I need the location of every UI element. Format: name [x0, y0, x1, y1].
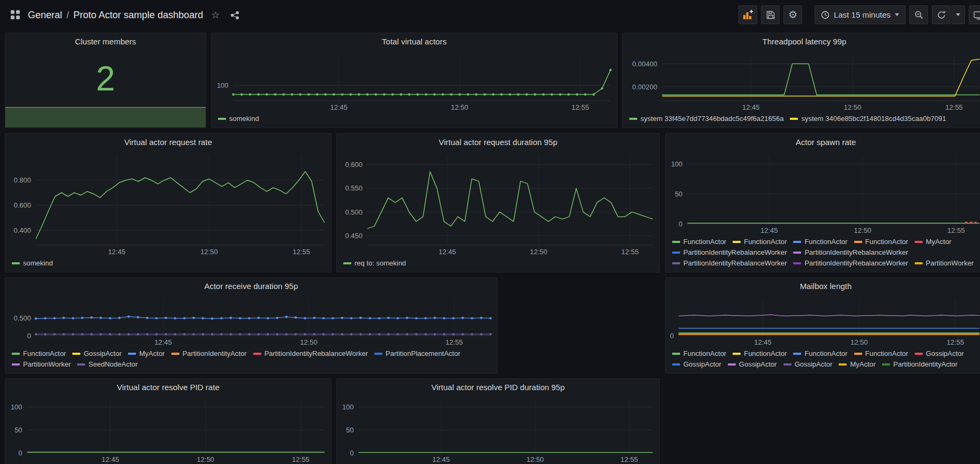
legend-item[interactable]: FunctionActor: [793, 237, 847, 247]
refresh-interval-dropdown[interactable]: [951, 5, 965, 24]
stat-sparkline: [5, 107, 206, 127]
panel-title[interactable]: Virtual actor resolve PID duration 95p: [337, 379, 659, 396]
total-virtual-actors-chart[interactable]: 10012:4512:5012:55: [212, 50, 617, 113]
svg-text:100: 100: [671, 160, 683, 168]
svg-text:12:50: 12:50: [200, 248, 218, 256]
legend-item[interactable]: MyActor: [839, 360, 876, 369]
legend-item[interactable]: FunctionActor: [854, 237, 908, 247]
svg-text:0.500: 0.500: [13, 314, 31, 322]
add-panel-button[interactable]: [738, 5, 757, 24]
resolve-pid-rate-chart[interactable]: 10050012:4512:5012:55: [5, 396, 331, 464]
legend-item[interactable]: FunctionActor: [733, 349, 787, 359]
legend-item[interactable]: PartitionIdentityActor: [171, 349, 247, 359]
legend-item[interactable]: GossipActor: [783, 360, 833, 369]
panel-title[interactable]: Actor spawn rate: [666, 134, 980, 151]
legend-item[interactable]: PartitionIdentityRebalanceWorker: [793, 248, 908, 257]
panel-title[interactable]: Virtual actor request duration 95p: [337, 134, 659, 151]
chevron-down-icon: [895, 13, 899, 16]
panel-resolve-pid-rate: Virtual actor resolve PID rate 10050012:…: [5, 378, 331, 464]
legend-item[interactable]: GossipActor: [915, 349, 964, 359]
panel-title[interactable]: Total virtual actors: [212, 33, 617, 50]
legend-item[interactable]: PartitionWorker: [12, 360, 71, 369]
panel-title[interactable]: Actor receive duration 95p: [5, 278, 497, 295]
svg-text:12:45: 12:45: [754, 338, 772, 346]
legend-item[interactable]: somekind: [12, 258, 53, 268]
svg-text:0: 0: [670, 332, 674, 340]
time-range-picker[interactable]: Last 15 minutes: [815, 5, 906, 24]
legend-item[interactable]: SeedNodeActor: [77, 360, 138, 369]
chart-legend: somekind: [212, 113, 617, 127]
svg-text:50: 50: [346, 426, 353, 434]
svg-text:0.450: 0.450: [345, 232, 363, 240]
svg-text:12:45: 12:45: [330, 103, 348, 111]
dashboard-settings-button[interactable]: ⚙: [783, 5, 802, 24]
legend-item[interactable]: GossipActor: [728, 360, 777, 369]
breadcrumb-separator: /: [66, 10, 69, 21]
svg-text:12:50: 12:50: [844, 103, 862, 111]
panel-virtual-actor-request-rate: Virtual actor request rate 0.8000.6000.4…: [5, 133, 331, 272]
save-dashboard-button[interactable]: [761, 5, 780, 24]
legend-item[interactable]: PartitionIdentityRebalanceWorker: [672, 258, 787, 268]
legend-item[interactable]: FunctionActor: [672, 349, 726, 359]
svg-text:0.500: 0.500: [345, 208, 363, 216]
svg-text:50: 50: [14, 426, 22, 434]
svg-text:12:50: 12:50: [451, 103, 469, 111]
actor-receive-duration-chart[interactable]: 0.500012:4512:5012:55: [5, 295, 497, 348]
panel-title[interactable]: Mailbox length: [666, 278, 980, 295]
cycle-view-button[interactable]: [969, 5, 980, 24]
legend-item[interactable]: system 33f45e7dd77346bdadc5c49f6a21656a: [629, 114, 783, 124]
breadcrumb-folder[interactable]: General: [28, 10, 62, 21]
legend-item[interactable]: FunctionActor: [793, 349, 847, 359]
legend-item[interactable]: PartitionIdentityActor: [882, 360, 958, 369]
zoom-out-button[interactable]: [909, 5, 928, 24]
svg-text:12:50: 12:50: [526, 455, 544, 463]
legend-item[interactable]: PartitionIdentityRebalanceWorker: [253, 349, 368, 359]
panel-total-virtual-actors: Total virtual actors 10012:4512:5012:55 …: [211, 33, 617, 128]
svg-text:12:45: 12:45: [102, 455, 119, 463]
legend-item[interactable]: MyActor: [128, 349, 165, 359]
legend-item[interactable]: PartitionPlacementActor: [374, 349, 460, 359]
svg-text:100: 100: [342, 403, 354, 411]
refresh-button[interactable]: [932, 5, 951, 24]
request-duration-chart[interactable]: 0.6000.5500.5000.45012:4512:5012:55: [337, 151, 659, 258]
legend-item[interactable]: PartitionIdentityRebalanceWorker: [672, 248, 787, 257]
legend-item[interactable]: GossipActor: [72, 349, 122, 359]
svg-text:12:50: 12:50: [530, 248, 548, 256]
svg-text:12:55: 12:55: [947, 338, 964, 346]
legend-item[interactable]: PartitionWorker: [915, 258, 974, 268]
legend-item[interactable]: MyActor: [915, 237, 952, 247]
svg-text:0.00200: 0.00200: [632, 83, 657, 91]
legend-item[interactable]: somekind: [218, 114, 259, 124]
breadcrumb-dashboard-title[interactable]: Proto Actor sample dashboard: [73, 10, 203, 21]
panel-actor-receive-duration: Actor receive duration 95p 0.500012:4512…: [5, 277, 497, 374]
legend-item[interactable]: FunctionActor: [672, 237, 726, 247]
share-icon[interactable]: [228, 8, 242, 22]
legend-item[interactable]: FunctionActor: [12, 349, 66, 359]
resolve-pid-duration-chart[interactable]: 10050012:4512:5012:55: [337, 396, 659, 464]
actor-spawn-rate-chart[interactable]: 10050012:4512:5012:55: [666, 151, 980, 237]
panel-title[interactable]: Threadpool latency 99p: [623, 33, 980, 50]
legend-item[interactable]: PartitionIdentityRebalanceWorker: [793, 258, 908, 268]
svg-text:12:55: 12:55: [621, 455, 638, 463]
star-icon[interactable]: ☆: [208, 8, 222, 22]
legend-item[interactable]: FunctionActor: [733, 237, 787, 247]
mailbox-length-chart[interactable]: 012:4512:5012:55: [666, 295, 980, 348]
svg-text:12:45: 12:45: [432, 455, 450, 463]
request-rate-chart[interactable]: 0.8000.6000.40012:4512:5012:55: [5, 151, 331, 258]
svg-text:12:55: 12:55: [446, 338, 463, 346]
legend-item[interactable]: req to: somekind: [343, 258, 406, 268]
svg-text:0: 0: [18, 449, 22, 457]
legend-item[interactable]: system 3406e85bc2f148018cd4d35caa0b7091: [790, 114, 946, 124]
svg-text:12:50: 12:50: [850, 338, 868, 346]
apps-grid-icon[interactable]: [9, 8, 22, 22]
panel-title[interactable]: Cluster members: [5, 33, 206, 50]
panel-title[interactable]: Virtual actor request rate: [5, 134, 331, 151]
svg-text:0: 0: [27, 332, 31, 340]
legend-item[interactable]: FunctionActor: [854, 349, 908, 359]
panel-title[interactable]: Virtual actor resolve PID rate: [5, 379, 331, 396]
legend-item[interactable]: GossipActor: [672, 360, 721, 369]
svg-text:12:55: 12:55: [947, 226, 965, 234]
chart-legend: FunctionActorFunctionActorFunctionActorF…: [666, 348, 980, 373]
panel-actor-spawn-rate: Actor spawn rate 10050012:4512:5012:55 F…: [665, 133, 980, 272]
threadpool-latency-chart[interactable]: 0.004000.0020012:4512:5012:55: [623, 50, 980, 113]
